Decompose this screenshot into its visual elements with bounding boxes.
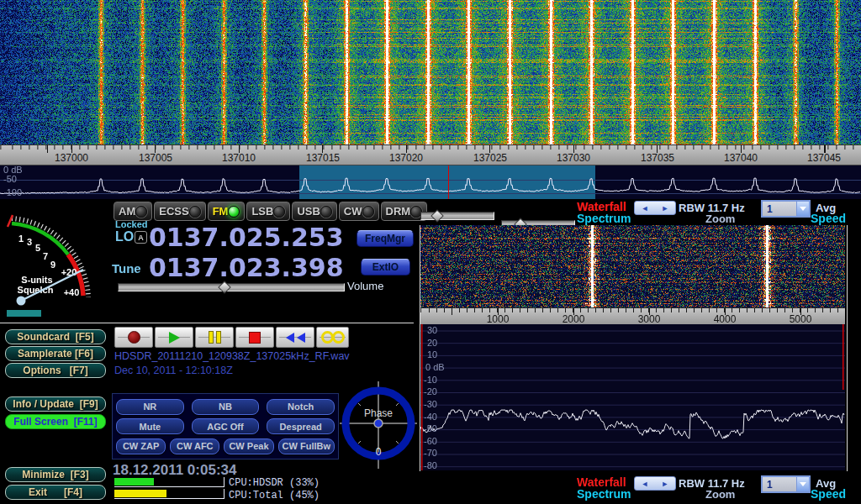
phase-tick [396,403,399,406]
squelch-level-bar[interactable] [7,310,41,317]
mode-led-icon [135,206,147,218]
freqmgr-button[interactable]: FreqMgr [357,230,414,247]
panel-divider [0,323,414,323]
freq-tick-label: 137000 [55,152,88,164]
cpu-total-fill [114,490,166,497]
dropdown-arrow-icon[interactable] [796,202,809,216]
s-meter-label: 9 [50,260,55,270]
rf-frequency-scale[interactable]: 137000 137005 137010 137015 137020 13702… [0,144,861,165]
avg-dropdown[interactable]: 1 [761,200,811,218]
phase-tick [358,441,361,444]
hdsdr-window: 137000 137005 137010 137015 137020 13702… [0,0,861,504]
af-pan-control[interactable]: ◄ ► [634,201,676,215]
locked-label: Locked [115,219,148,229]
mode-button-cw[interactable]: CW [339,202,379,221]
freq-tick-label: 137040 [724,152,758,164]
options-button[interactable]: Options [F7] [5,363,106,378]
phase-dot [374,419,383,428]
af-frequency-scale[interactable]: 1000 2000 3000 4000 5000 [420,307,845,326]
mode-led-icon [273,206,285,218]
agc-off-button[interactable]: AGC Off [192,418,260,434]
record-icon [115,328,152,347]
db-label: 20 [427,339,437,348]
soundcard-button[interactable]: Soundcard [F5] [5,329,106,344]
mute-button[interactable]: Mute [116,418,184,434]
mode-led-icon [189,206,201,218]
record-button[interactable] [114,327,153,348]
minimize-button[interactable]: Minimize [F3] [5,467,106,482]
rf-spectrum-trace [0,165,861,199]
freq-tick-label: 137005 [139,152,172,164]
cw-fullbw-button[interactable]: CW FullBw [278,438,335,454]
slider-thumb[interactable] [218,281,231,294]
freq-tick-label: 137020 [389,152,423,164]
lo-label: LO [115,229,134,244]
db-label: 30 [427,326,437,335]
af-waterfall-brightness-slider[interactable] [420,212,494,220]
cw-zap-button[interactable]: CW ZAP [116,438,166,454]
extio-button[interactable]: ExtIO [361,259,410,276]
dsp-row: NR NB Notch [116,399,335,415]
db-label: -60 [424,437,437,446]
slider-thumb[interactable] [430,209,444,223]
lo-frequency-display[interactable]: 0137.025.253 [149,225,344,250]
mode-led-icon [362,206,374,218]
s-meter-label: 3 [27,237,32,247]
notch-button[interactable]: Notch [267,399,335,415]
rf-waterfall-display[interactable] [0,0,861,144]
samplerate-button[interactable]: Samplerate [F6] [5,346,106,361]
cw-peak-button[interactable]: CW Peak [224,438,273,454]
info-update-button[interactable]: Info / Update [F9] [5,396,106,412]
arrow-left-icon[interactable]: ◄ [642,480,649,488]
s-meter-label: 5 [35,243,40,253]
arrow-left-icon[interactable]: ◄ [642,204,649,213]
volume-slider[interactable] [118,283,345,291]
despread-button[interactable]: Despread [267,418,335,434]
db-label: -100 [3,188,22,197]
mode-button-usb[interactable]: USB [292,202,336,221]
db-label: -50 [3,175,17,184]
af-spectrum-display[interactable]: 30 20 10 0 dB -10 -20 -30 -40 -50 -60 -7… [420,324,845,470]
play-button[interactable] [155,327,193,348]
freq-tick-label: 137015 [306,152,340,164]
play-icon [156,328,193,347]
pause-icon [196,328,233,347]
mode-button-am[interactable]: AM [114,202,152,221]
zoom-label-2: Zoom [705,488,735,501]
dropdown-arrow-icon[interactable] [796,477,809,491]
mode-button-fm[interactable]: FM [208,202,246,221]
cw-afc-button[interactable]: CW AFC [170,438,219,454]
stop-button[interactable] [235,327,274,348]
cpu-total-bar [114,489,224,499]
mode-button-ecss[interactable]: ECSS [154,202,205,221]
db-label: -10 [424,375,437,385]
rf-spectrum-display[interactable]: 0 dB -50 -100 [0,165,861,199]
mode-label: AM [119,205,135,218]
mode-label: ECSS [159,205,188,218]
mode-label: CW [344,205,362,218]
loop-button[interactable] [316,327,349,348]
af-spectrum-trace [420,324,845,470]
freq-tick-label: 2000 [563,313,585,325]
fullscreen-button[interactable]: Full Screen [F11] [5,414,106,429]
mode-button-row: AM ECSS FM LSB USB CW DRM [114,202,413,220]
dsp-row: CW ZAP CW AFC CW Peak CW FullBw [116,438,335,454]
db-label: -30 [424,400,437,409]
s-units-caption: S-units [21,275,52,285]
auto-badge[interactable]: A [135,231,147,244]
af-pan-control-2[interactable]: ◄ ► [634,476,676,491]
s-meter-label: 7 [43,251,48,261]
rewind-button[interactable] [276,327,314,348]
pause-button[interactable] [195,327,234,348]
arrow-right-icon[interactable]: ► [662,204,669,213]
nr-button[interactable]: NR [116,399,184,415]
arrow-right-icon[interactable]: ► [662,480,669,488]
tune-frequency-display[interactable]: 0137.023.398 [149,255,344,281]
mode-button-lsb[interactable]: LSB [246,202,290,221]
scale-minor-ticks [420,308,845,312]
exit-button[interactable]: Exit [F4] [5,485,106,500]
nb-button[interactable]: NB [192,399,260,415]
af-waterfall-display[interactable] [420,225,845,307]
avg-dropdown-2[interactable]: 1 [761,475,811,493]
freq-tick-label: 137035 [641,152,674,164]
